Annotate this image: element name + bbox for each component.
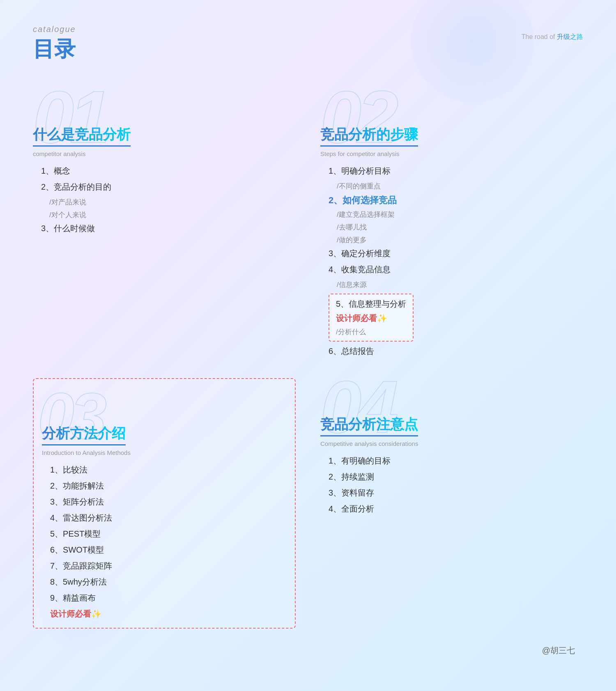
list-item: 3、矩阵分析法 [50, 496, 287, 507]
list-item-sub: /建立竞品选择框架 [329, 210, 583, 219]
list-item: 4、全面分析 [329, 503, 583, 514]
list-item: 5、PEST模型 [50, 528, 287, 539]
list-item-bold: 2、如何选择竞品 [329, 194, 583, 207]
list-item: 4、雷达图分析法 [50, 512, 287, 523]
list-item: 2、竞品分析的目的 [41, 181, 296, 193]
page-title: 目录 [33, 35, 583, 64]
list-item: 3、确定分析维度 [329, 248, 583, 259]
list-item: 6、SWOT模型 [50, 544, 287, 556]
road-text: The road of 升级之路 [522, 33, 583, 41]
section-04-header: 竞品分析注意点 Competitive analysis considerati… [320, 378, 583, 449]
section-04: 04 竞品分析注意点 Competitive analysis consider… [320, 378, 583, 629]
list-item: 1、概念 [41, 165, 296, 177]
section-03-list: 1、比较法 2、功能拆解法 3、矩阵分析法 4、雷达图分析法 5、PEST模型 … [50, 464, 287, 604]
section-04-title: 竞品分析注意点 [320, 415, 418, 436]
list-item: 6、总结报告 [329, 346, 583, 357]
list-item-sub: /信息来源 [329, 280, 583, 289]
list-item-sub: /分析什么 [336, 327, 406, 337]
section-03-wrapper: 03 分析方法介绍 Introduction to Analysis Metho… [33, 378, 296, 629]
section-02-header: 竞品分析的步骤 Steps for competitor analysis [320, 88, 583, 159]
designer-notice-02: 设计师必看✨ [336, 313, 406, 324]
section-03-title: 分析方法介绍 [42, 424, 126, 445]
list-item-sub: /对产品来说 [41, 197, 296, 207]
section-04-content: 竞品分析注意点 Competitive analysis considerati… [320, 378, 583, 514]
list-item-sub: /去哪儿找 [329, 223, 583, 232]
list-item-sub: /做的更多 [329, 235, 583, 245]
section-03-subtitle: Introduction to Analysis Methods [42, 448, 287, 458]
list-item: 2、持续监测 [329, 471, 583, 482]
footer: @胡三七 [33, 645, 583, 656]
section-01: 01 什么是竞品分析 competitor analysis 1、概念 2、竞品… [33, 88, 296, 362]
catalogue-label: catalogue [33, 25, 583, 34]
section-01-subtitle: competitor analysis [33, 149, 296, 159]
list-item-sub: /对个人来说 [41, 210, 296, 220]
list-item: 3、资料留存 [329, 487, 583, 498]
section-04-list: 1、有明确的目标 2、持续监测 3、资料留存 4、全面分析 [329, 455, 583, 514]
list-item: 3、什么时候做 [41, 223, 296, 234]
list-item: 9、精益画布 [50, 592, 287, 604]
list-item: 2、功能拆解法 [50, 480, 287, 491]
list-item: 5、信息整理与分析 [336, 298, 406, 310]
author-name: @胡三七 [542, 646, 575, 655]
section-02-subtitle: Steps for competitor analysis [320, 149, 583, 159]
road-highlight: 升级之路 [557, 33, 583, 40]
section-02-content: 竞品分析的步骤 Steps for competitor analysis 1、… [320, 88, 583, 357]
main-grid: 01 什么是竞品分析 competitor analysis 1、概念 2、竞品… [33, 88, 583, 629]
list-item: 7、竞品跟踪矩阵 [50, 560, 287, 572]
section-01-list: 1、概念 2、竞品分析的目的 /对产品来说 /对个人来说 3、什么时候做 [41, 165, 296, 234]
section-01-content: 什么是竞品分析 competitor analysis 1、概念 2、竞品分析的… [33, 88, 296, 234]
list-item: 1、比较法 [50, 464, 287, 475]
section-03-header: 分析方法介绍 Introduction to Analysis Methods [42, 387, 287, 458]
list-item: 1、明确分析目标 [329, 165, 583, 177]
section-02: 02 竞品分析的步骤 Steps for competitor analysis… [320, 88, 583, 362]
list-item-sub: /不同的侧重点 [329, 181, 583, 191]
section-03-content: 分析方法介绍 Introduction to Analysis Methods … [42, 387, 287, 620]
list-item: 4、收集竞品信息 [329, 264, 583, 275]
designer-notice-box-02: 5、信息整理与分析 设计师必看✨ /分析什么 [329, 294, 583, 342]
section-01-title: 什么是竞品分析 [33, 125, 131, 147]
list-item: 1、有明确的目标 [329, 455, 583, 466]
section-01-header: 什么是竞品分析 competitor analysis [33, 88, 296, 159]
section-04-subtitle: Competitive analysis considerations [320, 439, 583, 449]
road-static: The road of [522, 33, 557, 40]
page-container: catalogue 目录 The road of 升级之路 01 什么是竞品分析… [0, 0, 616, 691]
list-item: 8、5why分析法 [50, 576, 287, 588]
section-02-list: 1、明确分析目标 /不同的侧重点 2、如何选择竞品 /建立竞品选择框架 /去哪儿… [329, 165, 583, 357]
header: catalogue 目录 The road of 升级之路 [33, 25, 583, 64]
section-02-title: 竞品分析的步骤 [320, 125, 418, 147]
designer-notice-03: 设计师必看✨ [50, 608, 287, 620]
